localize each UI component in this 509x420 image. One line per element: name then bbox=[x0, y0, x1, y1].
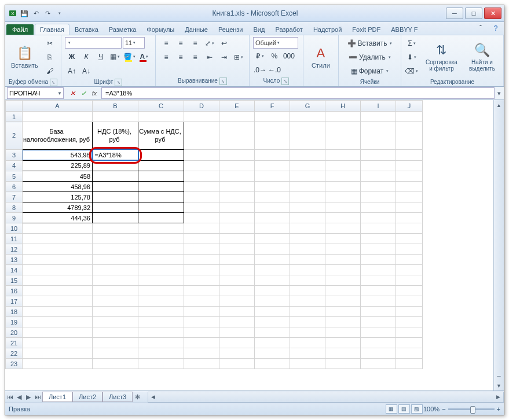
cell-J10[interactable] bbox=[396, 223, 423, 234]
cell-C4[interactable] bbox=[138, 160, 184, 171]
cell-G19[interactable] bbox=[290, 317, 325, 327]
cell-I20[interactable] bbox=[361, 327, 396, 338]
cell-D16[interactable] bbox=[184, 286, 219, 296]
align-center-icon[interactable]: ≡ bbox=[174, 51, 188, 64]
zoom-in-icon[interactable]: + bbox=[497, 406, 500, 412]
cell-E8[interactable] bbox=[219, 202, 255, 213]
cell-J11[interactable] bbox=[396, 234, 423, 244]
cell-J19[interactable] bbox=[396, 317, 423, 327]
qat-customize-icon[interactable] bbox=[54, 8, 64, 19]
cell-B3[interactable]: =A3*18% bbox=[93, 149, 138, 160]
cell-F18[interactable] bbox=[255, 307, 290, 317]
cell-H7[interactable] bbox=[325, 192, 361, 202]
font-launcher-icon[interactable]: ⤡ bbox=[115, 79, 122, 86]
fx-icon[interactable]: fx bbox=[89, 88, 100, 98]
copy-icon[interactable]: ⎘ bbox=[43, 51, 57, 64]
cut-icon[interactable]: ✂ bbox=[43, 37, 57, 50]
row-header-15[interactable]: 15 bbox=[6, 275, 23, 286]
horizontal-scrollbar[interactable]: ◀ ▶ bbox=[148, 392, 504, 403]
cell-C18[interactable] bbox=[138, 307, 184, 317]
cell-H1[interactable] bbox=[325, 112, 361, 122]
cell-D12[interactable] bbox=[184, 244, 219, 255]
col-header-G[interactable]: G bbox=[290, 101, 325, 112]
row-header-8[interactable]: 8 bbox=[6, 202, 23, 213]
cell-A6[interactable]: 458,96 bbox=[23, 182, 93, 192]
align-middle-icon[interactable]: ≡ bbox=[174, 37, 188, 50]
cell-I7[interactable] bbox=[361, 192, 396, 202]
row-header-22[interactable]: 22 bbox=[6, 348, 23, 359]
cell-F21[interactable] bbox=[255, 338, 290, 348]
tab-foxit[interactable]: Foxit PDF bbox=[347, 24, 386, 35]
name-box-dropdown-icon[interactable]: ▼ bbox=[56, 91, 63, 96]
cell-D23[interactable] bbox=[184, 359, 219, 369]
cell-F9[interactable] bbox=[255, 213, 290, 223]
cell-G6[interactable] bbox=[290, 182, 325, 192]
expand-formula-bar-icon[interactable]: ▾ bbox=[495, 90, 504, 97]
cell-A11[interactable] bbox=[23, 234, 93, 244]
cell-B13[interactable] bbox=[93, 255, 138, 265]
cell-D6[interactable] bbox=[184, 182, 219, 192]
cell-C5[interactable] bbox=[138, 171, 184, 182]
row-header-23[interactable]: 23 bbox=[6, 359, 23, 369]
cell-E13[interactable] bbox=[219, 255, 255, 265]
cell-E9[interactable] bbox=[219, 213, 255, 223]
undo-icon[interactable]: ↶ bbox=[31, 8, 41, 19]
cell-F20[interactable] bbox=[255, 327, 290, 338]
cell-D5[interactable] bbox=[184, 171, 219, 182]
cell-J4[interactable] bbox=[396, 160, 423, 171]
tab-developer[interactable]: Разработ bbox=[270, 24, 307, 35]
cell-G7[interactable] bbox=[290, 192, 325, 202]
cell-G16[interactable] bbox=[290, 286, 325, 296]
tab-data[interactable]: Данные bbox=[180, 24, 213, 35]
sheet-tab-3[interactable]: Лист3 bbox=[102, 392, 133, 402]
cell-G4[interactable] bbox=[290, 160, 325, 171]
cell-D18[interactable] bbox=[184, 307, 219, 317]
cell-F6[interactable] bbox=[255, 182, 290, 192]
sheet-nav-prev-icon[interactable]: ◀ bbox=[14, 393, 24, 401]
cell-E20[interactable] bbox=[219, 327, 255, 338]
orientation-icon[interactable]: ⤢ bbox=[203, 37, 217, 50]
cell-A19[interactable] bbox=[23, 317, 93, 327]
row-header-10[interactable]: 10 bbox=[6, 223, 23, 234]
cell-B20[interactable] bbox=[93, 327, 138, 338]
cell-J8[interactable] bbox=[396, 202, 423, 213]
cell-E12[interactable] bbox=[219, 244, 255, 255]
bold-button[interactable]: Ж bbox=[65, 50, 79, 63]
cell-B10[interactable] bbox=[93, 223, 138, 234]
cell-I9[interactable] bbox=[361, 213, 396, 223]
cell-G17[interactable] bbox=[290, 296, 325, 307]
sheet-nav-first-icon[interactable]: ⏮ bbox=[5, 393, 14, 400]
merge-icon[interactable]: ⊞ bbox=[232, 51, 246, 64]
cell-B17[interactable] bbox=[93, 296, 138, 307]
view-pagebreak-icon[interactable]: ▧ bbox=[411, 404, 423, 414]
cell-A22[interactable] bbox=[23, 348, 93, 359]
cell-F15[interactable] bbox=[255, 275, 290, 286]
name-box-input[interactable] bbox=[8, 90, 56, 97]
cell-E10[interactable] bbox=[219, 223, 255, 234]
cell-J17[interactable] bbox=[396, 296, 423, 307]
view-layout-icon[interactable]: ▤ bbox=[398, 404, 410, 414]
cell-B18[interactable] bbox=[93, 307, 138, 317]
number-format-combo[interactable]: Общий bbox=[253, 37, 298, 49]
paste-button[interactable]: 📋 Вставить bbox=[9, 37, 41, 78]
tab-review[interactable]: Рецензи bbox=[213, 24, 248, 35]
cell-E16[interactable] bbox=[219, 286, 255, 296]
row-header-5[interactable]: 5 bbox=[6, 171, 23, 182]
cell-G9[interactable] bbox=[290, 213, 325, 223]
cell-C9[interactable] bbox=[138, 213, 184, 223]
cell-E15[interactable] bbox=[219, 275, 255, 286]
format-painter-icon[interactable]: 🖌 bbox=[43, 65, 57, 78]
scroll-down-icon[interactable]: ▼ bbox=[494, 381, 504, 390]
save-icon[interactable]: 💾 bbox=[19, 8, 30, 19]
font-family-combo[interactable] bbox=[65, 37, 122, 49]
cell-I3[interactable] bbox=[361, 149, 396, 160]
cell-I2[interactable] bbox=[361, 122, 396, 150]
cell-C1[interactable] bbox=[138, 112, 184, 122]
sort-filter-button[interactable]: ⇅ Сортировка и фильтр bbox=[421, 37, 462, 78]
zoom-control[interactable]: 100% − + bbox=[423, 406, 500, 412]
col-header-A[interactable]: A bbox=[23, 101, 93, 112]
cell-D19[interactable] bbox=[184, 317, 219, 327]
sheet-nav-last-icon[interactable]: ⏭ bbox=[33, 393, 42, 400]
cell-B12[interactable] bbox=[93, 244, 138, 255]
cell-B14[interactable] bbox=[93, 265, 138, 275]
